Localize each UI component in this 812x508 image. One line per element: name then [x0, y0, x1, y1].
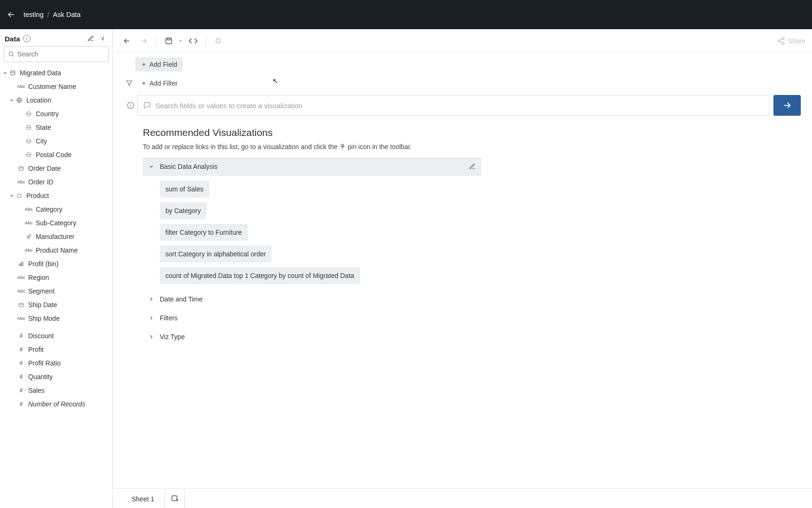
svg-rect-13: [22, 262, 23, 266]
chevron-right-icon: [148, 334, 154, 340]
collapse-sidebar-icon[interactable]: [98, 34, 108, 43]
sheet-tab[interactable]: Sheet 1: [121, 489, 165, 508]
accordion-header-viztype[interactable]: Viz Type: [143, 328, 481, 345]
tree-field[interactable]: AbcProduct Name: [0, 243, 112, 257]
date-icon: [17, 302, 25, 308]
svg-rect-11: [19, 264, 20, 266]
tree-field[interactable]: State: [0, 120, 112, 134]
recommended-section: Recommended Visualizations To add or rep…: [124, 127, 801, 345]
canvas: Add Field ↖ Add Filter Rec: [113, 53, 812, 488]
svg-rect-10: [17, 194, 21, 197]
pin-button[interactable]: [211, 33, 226, 48]
edit-icon[interactable]: [469, 163, 476, 170]
plus-icon: [141, 62, 147, 67]
undo-button[interactable]: [119, 33, 134, 48]
info-icon[interactable]: i: [23, 35, 31, 42]
number-icon: #: [17, 373, 25, 380]
tree-group[interactable]: Product: [0, 189, 112, 202]
add-field-button[interactable]: Add Field: [135, 57, 183, 71]
tree-field[interactable]: AbcSegment: [0, 284, 112, 298]
sidebar-title: Data: [5, 35, 20, 43]
svg-point-19: [778, 40, 780, 42]
tree-field[interactable]: AbcRegion: [0, 270, 112, 284]
ask-data-bar: [124, 95, 801, 116]
svg-point-18: [782, 37, 784, 40]
suggestion-chip[interactable]: sum of Sales: [160, 181, 209, 198]
ask-input[interactable]: [156, 102, 764, 110]
datasource-icon: [8, 70, 17, 76]
tree-datasource[interactable]: Migrated Data: [0, 66, 112, 79]
tree-field[interactable]: #Discount: [0, 329, 112, 342]
string-icon: Abc: [24, 248, 33, 253]
accordion-header-basic[interactable]: Basic Data Analysis: [143, 157, 481, 176]
suggestion-chip[interactable]: sort Category in alphabetical order: [160, 246, 272, 262]
number-icon: #: [17, 346, 25, 353]
info-icon[interactable]: [124, 95, 137, 116]
suggestion-list: sum of Sales by Category filter Category…: [143, 181, 481, 284]
accordion-header-filters[interactable]: Filters: [143, 310, 481, 326]
accordion-header-datetime[interactable]: Date and Time: [143, 291, 481, 308]
tree-field[interactable]: AbcCustomer Name: [0, 79, 112, 93]
tree-field[interactable]: Postal Code: [0, 148, 112, 161]
string-icon: Abc: [17, 180, 25, 184]
tree-field[interactable]: #Sales: [0, 383, 112, 397]
tree-field[interactable]: AbcOrder ID: [0, 175, 112, 189]
section-title: Recommended Visualizations: [143, 127, 798, 138]
tree-field[interactable]: Country: [0, 107, 112, 120]
suggestion-chip[interactable]: count of Migrated Data top 1 Category by…: [160, 267, 360, 284]
tree-group[interactable]: Location: [0, 93, 112, 107]
field-tree: Migrated Data AbcCustomer Name Location …: [0, 65, 112, 508]
tree-field[interactable]: #Number of Records: [0, 397, 112, 411]
svg-rect-8: [19, 167, 23, 170]
edit-icon[interactable]: [86, 34, 95, 43]
search-input[interactable]: [17, 50, 104, 58]
svg-marker-25: [126, 81, 132, 86]
share-button[interactable]: Share: [777, 37, 805, 45]
svg-rect-17: [167, 38, 170, 40]
bin-icon: [17, 261, 25, 267]
embed-button[interactable]: [186, 33, 201, 48]
tree-field[interactable]: AbcSub-Category: [0, 216, 112, 230]
new-sheet-button[interactable]: [165, 489, 185, 508]
tree-field[interactable]: AbcShip Mode: [0, 311, 112, 325]
number-icon: #: [17, 401, 25, 407]
main: Share Add Field ↖ Add Filter: [113, 29, 812, 508]
tree-field[interactable]: #Quantity: [0, 370, 112, 383]
breadcrumb-item[interactable]: testing: [23, 11, 44, 18]
string-icon: Abc: [17, 316, 25, 321]
filter-icon: [124, 80, 134, 87]
sheet-tabs: Sheet 1: [113, 488, 812, 508]
svg-rect-32: [172, 496, 177, 501]
breadcrumb-item[interactable]: Ask Data: [53, 11, 81, 18]
tree-field[interactable]: Profit (bin): [0, 257, 112, 270]
tree-field[interactable]: #Profit: [0, 342, 112, 356]
folder-icon: [15, 193, 23, 198]
save-dropdown-icon[interactable]: [177, 33, 184, 48]
string-icon: Abc: [17, 289, 25, 294]
geo-icon: [24, 152, 33, 158]
suggestion-chip[interactable]: filter Category to Furniture: [160, 224, 248, 241]
breadcrumb-separator: /: [47, 11, 49, 18]
add-filter-button[interactable]: Add Filter: [135, 76, 183, 90]
svg-point-20: [782, 42, 784, 45]
tree-field[interactable]: City: [0, 134, 112, 148]
back-button[interactable]: [6, 9, 17, 20]
geo-icon: [24, 138, 33, 144]
redo-button[interactable]: [136, 33, 151, 48]
search-icon: [8, 51, 15, 57]
svg-rect-14: [19, 303, 23, 307]
tree-field[interactable]: #Profit Ratio: [0, 356, 112, 370]
number-icon: #: [17, 387, 25, 394]
filters-shelf: Add Filter: [124, 76, 801, 90]
tree-field[interactable]: AbcCategory: [0, 202, 112, 216]
tree-field[interactable]: Ship Date: [0, 298, 112, 311]
number-icon: #: [17, 360, 25, 366]
suggestion-chip[interactable]: by Category: [160, 202, 206, 219]
tree-field[interactable]: Order Date: [0, 161, 112, 175]
save-viz-button[interactable]: [161, 33, 176, 48]
tree-field[interactable]: Manufacturer: [0, 230, 112, 243]
submit-button[interactable]: [773, 95, 801, 116]
chevron-right-icon: [148, 296, 154, 302]
string-icon: Abc: [17, 84, 25, 89]
geo-icon: [24, 111, 33, 117]
